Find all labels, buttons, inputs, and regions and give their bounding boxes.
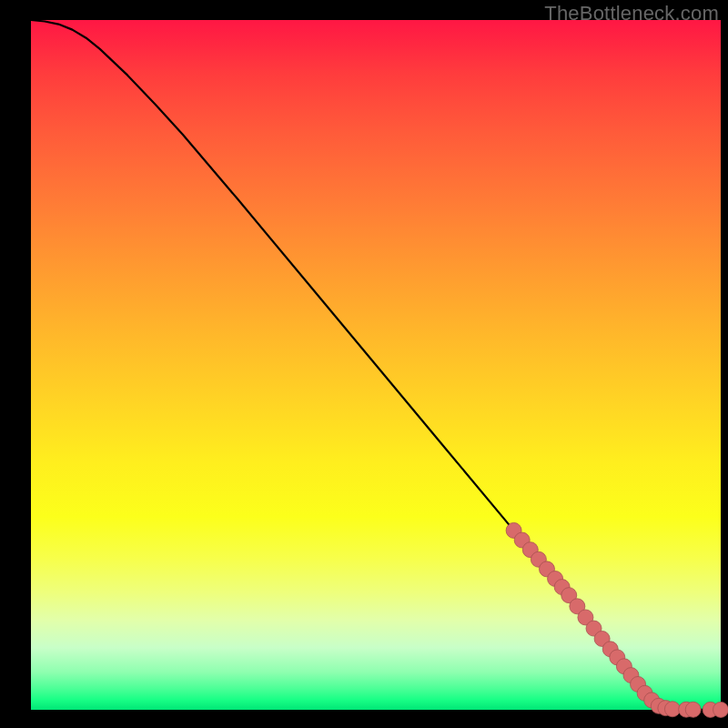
data-point: [713, 702, 729, 717]
data-point: [664, 702, 680, 717]
watermark-text: TheBottleneck.com: [544, 2, 719, 25]
points-group: [506, 522, 728, 717]
chart-frame: [31, 20, 721, 710]
chart-svg: [31, 20, 721, 710]
data-point: [685, 702, 701, 717]
curve-line: [31, 20, 721, 710]
